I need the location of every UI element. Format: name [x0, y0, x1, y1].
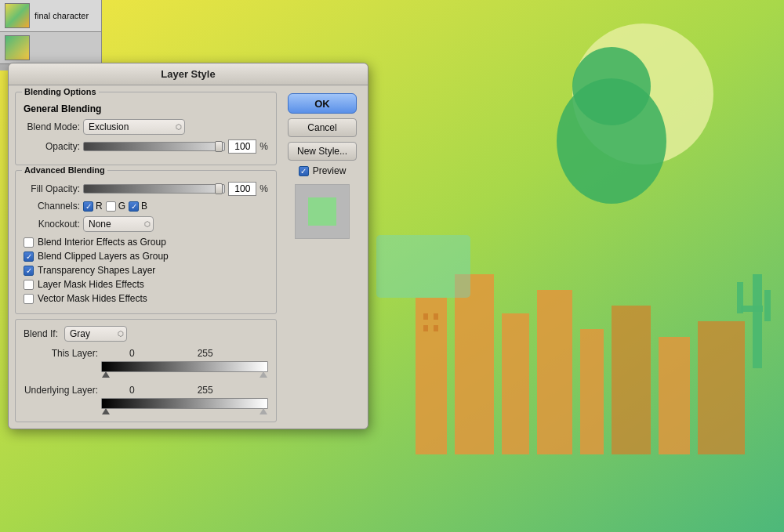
blend-mode-select[interactable]: Exclusion Normal Multiply Screen: [83, 119, 185, 135]
svg-rect-12: [423, 313, 428, 320]
opacity-label: Opacity:: [24, 141, 80, 152]
channels-label: Channels:: [24, 201, 80, 212]
svg-rect-16: [753, 274, 762, 368]
svg-rect-14: [423, 325, 428, 331]
channel-b-checkbox[interactable]: ✓: [129, 201, 139, 212]
fill-opacity-slider[interactable]: [83, 184, 225, 194]
dialog-title: Layer Style: [161, 68, 215, 80]
layer-row-1[interactable]: final character: [0, 0, 101, 32]
channels-row: Channels: ✓ R G ✓ B: [24, 201, 268, 212]
this-layer-arrow-left[interactable]: [102, 371, 110, 378]
layers-panel: final character: [0, 0, 102, 71]
svg-rect-7: [537, 290, 572, 454]
blend-if-label: Blend If:: [24, 328, 58, 339]
opacity-slider-thumb[interactable]: [215, 141, 223, 152]
layer-row-2[interactable]: [0, 32, 101, 64]
transparency-shapes-label: Transparency Shapes Layer: [38, 265, 155, 276]
preview-row: ✓ Preview: [299, 165, 347, 176]
transparency-shapes-row: ✓ Transparency Shapes Layer: [24, 265, 268, 276]
svg-point-3: [572, 47, 651, 125]
svg-rect-17: [741, 306, 763, 312]
blend-clipped-label: Blend Clipped Layers as Group: [38, 251, 169, 262]
opacity-percent: %: [260, 141, 268, 152]
blend-if-section: Blend If: Gray Red Green Blue This Layer…: [15, 319, 277, 422]
svg-rect-18: [737, 282, 743, 313]
svg-rect-19: [764, 290, 771, 321]
this-layer-area: This Layer: 0 255: [24, 348, 268, 380]
this-layer-max: 255: [198, 348, 213, 359]
channel-g-item: G: [106, 201, 125, 212]
opacity-slider[interactable]: [83, 142, 225, 151]
dialog-titlebar: Layer Style: [9, 63, 368, 85]
layer-style-dialog: Layer Style Blending Options General Ble…: [8, 63, 368, 429]
svg-rect-13: [434, 313, 438, 320]
opacity-input[interactable]: [228, 139, 256, 154]
svg-rect-11: [698, 321, 745, 454]
layer-mask-row: Layer Mask Hides Effects: [24, 279, 268, 290]
this-layer-arrow-right[interactable]: [260, 371, 267, 378]
svg-rect-4: [416, 298, 447, 454]
channel-r-item: ✓ R: [83, 201, 103, 212]
channel-r-checkbox[interactable]: ✓: [83, 201, 93, 212]
channel-g-checkbox[interactable]: [106, 201, 116, 212]
cancel-button[interactable]: Cancel: [288, 118, 357, 137]
knockout-label: Knockout:: [24, 219, 80, 230]
general-blending-label: General Blending: [24, 103, 101, 114]
blend-if-row: Blend If: Gray Red Green Blue: [24, 326, 268, 342]
blend-clipped-row: ✓ Blend Clipped Layers as Group: [24, 251, 268, 262]
vector-mask-row: Vector Mask Hides Effects: [24, 293, 268, 304]
underlying-layer-slider[interactable]: [101, 398, 268, 409]
advanced-blending-section: Advanced Blending Fill Opacity: % Channe…: [15, 170, 277, 314]
layer-mask-label: Layer Mask Hides Effects: [38, 279, 144, 290]
this-layer-slider[interactable]: [101, 361, 268, 372]
blend-interior-row: Blend Interior Effects as Group: [24, 237, 268, 248]
blending-options-section: Blending Options General Blending Blend …: [15, 92, 277, 165]
blend-clipped-checkbox[interactable]: ✓: [24, 252, 34, 262]
fill-opacity-label: Fill Opacity:: [24, 183, 80, 194]
blend-interior-label: Blend Interior Effects as Group: [38, 237, 166, 248]
blend-if-select-wrapper[interactable]: Gray Red Green Blue: [64, 326, 127, 342]
underlying-layer-min: 0: [129, 385, 135, 396]
preview-label: Preview: [313, 165, 347, 176]
this-layer-label: This Layer:: [24, 348, 98, 359]
preview-checkbox[interactable]: ✓: [299, 166, 309, 176]
dialog-left-panel: Blending Options General Blending Blend …: [15, 92, 277, 422]
new-style-button[interactable]: New Style...: [288, 142, 357, 161]
blend-interior-checkbox[interactable]: [24, 237, 34, 248]
layer-name-1: final character: [34, 11, 89, 20]
channel-g-label: G: [118, 201, 125, 212]
this-layer-min: 0: [129, 348, 135, 359]
preview-thumbnail: [295, 184, 350, 239]
knockout-select[interactable]: None Shallow Deep: [83, 216, 154, 232]
knockout-row: Knockout: None Shallow Deep: [24, 216, 268, 232]
svg-rect-10: [659, 337, 690, 454]
advanced-blending-label: Advanced Blending: [22, 165, 107, 175]
channel-r-label: R: [96, 201, 103, 212]
blend-mode-label: Blend Mode:: [24, 121, 80, 132]
blending-options-label: Blending Options: [22, 87, 99, 96]
svg-rect-9: [612, 306, 651, 454]
blend-if-select[interactable]: Gray Red Green Blue: [64, 326, 127, 342]
underlying-layer-arrow-right[interactable]: [260, 408, 267, 414]
underlying-layer-area: Underlying Layer: 0 255: [24, 385, 268, 412]
svg-rect-8: [580, 329, 604, 454]
svg-rect-15: [434, 325, 438, 331]
preview-inner-rect: [308, 197, 336, 226]
ok-button[interactable]: OK: [288, 93, 357, 114]
blend-mode-select-wrapper[interactable]: Exclusion Normal Multiply Screen: [83, 119, 185, 135]
vector-mask-label: Vector Mask Hides Effects: [38, 293, 147, 304]
vector-mask-checkbox[interactable]: [24, 294, 34, 304]
svg-rect-5: [455, 274, 494, 454]
transparency-shapes-checkbox[interactable]: ✓: [24, 266, 34, 276]
fill-opacity-thumb[interactable]: [215, 183, 223, 194]
fill-opacity-input[interactable]: [228, 182, 256, 196]
channel-b-item: ✓ B: [129, 201, 147, 212]
knockout-select-wrapper[interactable]: None Shallow Deep: [83, 216, 154, 232]
opacity-row: Opacity: %: [24, 139, 268, 154]
svg-rect-6: [502, 313, 529, 454]
layer-thumbnail-2: [5, 35, 30, 60]
layer-mask-checkbox[interactable]: [24, 280, 34, 290]
svg-rect-20: [376, 235, 470, 298]
underlying-layer-arrow-left[interactable]: [102, 408, 110, 414]
underlying-layer-label: Underlying Layer:: [24, 385, 98, 396]
